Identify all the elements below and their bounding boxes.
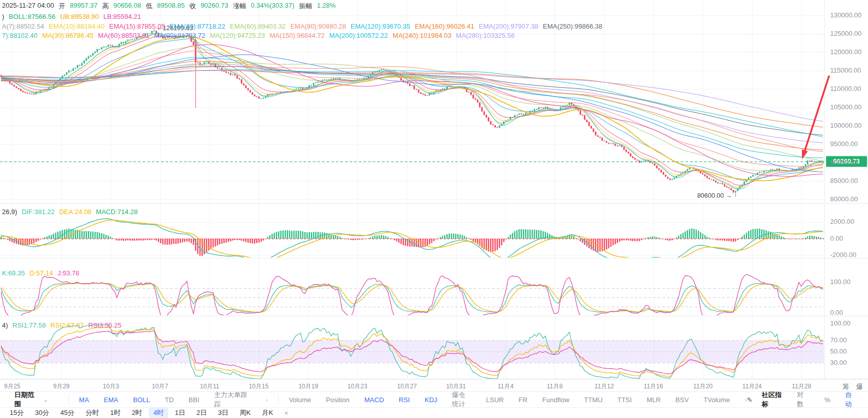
toolbar-item[interactable]: 爆仓统计 <box>452 390 471 409</box>
timeframe-tab[interactable]: 2日 <box>192 408 211 418</box>
xaxis-row: 9月259月2910月310月710月1110月1510月1910月2310月2… <box>0 379 868 391</box>
kline-chart-canvas[interactable] <box>0 0 868 379</box>
xaxis-label: 10月27 <box>397 382 417 391</box>
toolbar-item[interactable]: MLR <box>647 396 660 404</box>
timeframe-tab[interactable]: 月K <box>257 408 278 418</box>
xaxis-label: 11月24 <box>742 382 762 391</box>
toolbar-item[interactable]: MACD <box>364 396 384 404</box>
chevron-down-icon: ⌄ <box>43 397 48 403</box>
overlay-indicator-group: MAEMABOLLTDBBI主力大单跟踪› <box>79 390 268 409</box>
toolbar-item[interactable]: TTSI <box>618 396 632 404</box>
timeframe-tab[interactable]: 4时 <box>149 408 168 418</box>
indicator-toolbar: 日期范围 ⌄ MAEMABOLLTDBBI主力大单跟踪› VolumePosit… <box>0 391 868 407</box>
scale-option[interactable]: 对数 <box>797 390 810 409</box>
toolbar-item[interactable]: 主力大单跟踪 <box>214 390 251 409</box>
toolbar-separator <box>68 396 69 404</box>
toolbar-item[interactable]: TVolume <box>703 396 729 404</box>
toolbar-item[interactable]: TD <box>165 396 173 404</box>
xaxis-label: 9月25 <box>4 382 20 391</box>
xaxis-label: 10月15 <box>249 382 269 391</box>
scale-option[interactable]: 自动 <box>845 390 858 409</box>
xaxis-label: 9月29 <box>53 382 70 391</box>
xaxis-label: 10月7 <box>152 382 168 391</box>
xaxis-right-buttons: 筹爆 <box>842 382 863 391</box>
timeframe-tab[interactable]: 2时 <box>127 408 147 418</box>
toolbar-item[interactable]: › <box>266 396 268 404</box>
timeframe-tab[interactable]: 分时 <box>81 408 103 418</box>
timeframe-tab[interactable]: 30分 <box>30 408 53 418</box>
xaxis-label: 10月19 <box>299 382 318 391</box>
xaxis-label: 11月20 <box>693 382 713 391</box>
toolbar-item[interactable]: BBI <box>189 396 199 404</box>
xaxis-label: 11月8 <box>546 382 562 391</box>
side-panel-button[interactable]: 筹 <box>842 382 849 391</box>
timeframe-row: 15分30分45分分时1时2时4时1日2日3日周K月K× <box>0 407 868 418</box>
xaxis-label: 10月3 <box>103 382 119 391</box>
toolbar-item[interactable]: MA <box>79 396 89 404</box>
timeframe-tab[interactable]: 1时 <box>105 408 125 418</box>
community-indicator-button[interactable]: 社区指标 <box>762 390 788 409</box>
xaxis-label: 11月16 <box>644 382 663 391</box>
date-range-button[interactable]: 日期范围 <box>14 390 40 409</box>
sub-indicator-group: VolumePositionMACDRSIKDJ爆仓统计LSURFRFundfl… <box>289 390 747 409</box>
toolbar-item[interactable]: EMA <box>104 396 118 404</box>
xaxis-label: 10月11 <box>200 382 219 391</box>
toolbar-item[interactable]: Volume <box>289 396 311 404</box>
xaxis-label: 11月12 <box>595 382 614 391</box>
edit-icon: ✎ <box>747 396 752 404</box>
xaxis-label: 11月4 <box>497 382 513 391</box>
toolbar-item[interactable]: BSV <box>675 396 689 404</box>
toolbar-item[interactable]: TTMU <box>584 396 603 404</box>
toolbar-item[interactable]: RSI <box>399 396 410 404</box>
toolbar-item[interactable]: LSUR <box>486 396 504 404</box>
toolbar-item[interactable]: Fundflow <box>542 396 569 404</box>
scale-option[interactable]: % <box>825 396 831 404</box>
scale-options-group: 对数%自动 <box>797 390 858 409</box>
toolbar-right-group: ✎ 社区指标 对数%自动 <box>747 390 858 409</box>
side-panel-button[interactable]: 爆 <box>856 382 863 391</box>
toolbar-item[interactable]: KDJ <box>425 396 438 404</box>
xaxis-label: 10月31 <box>446 382 466 391</box>
kline-chart-area: 2025-11-27 04:00开89957.37高90656.08低89508… <box>0 0 868 379</box>
toolbar-item[interactable]: FR <box>519 396 528 404</box>
timeframe-tab[interactable]: 15分 <box>5 408 28 418</box>
timeframe-tab[interactable]: 1日 <box>170 408 190 418</box>
toolbar-separator <box>278 396 279 404</box>
timeframe-tab[interactable]: 3日 <box>214 408 233 418</box>
toolbar-item[interactable]: BOLL <box>133 396 150 404</box>
timeframe-tab[interactable]: 周K <box>235 408 256 418</box>
xaxis-label: 10月23 <box>348 382 368 391</box>
timeframe-tab[interactable]: 45分 <box>56 408 79 418</box>
xaxis-label: 11月28 <box>792 382 811 391</box>
timeframe-tab[interactable]: × <box>280 409 293 417</box>
toolbar-item[interactable]: Position <box>326 396 350 404</box>
